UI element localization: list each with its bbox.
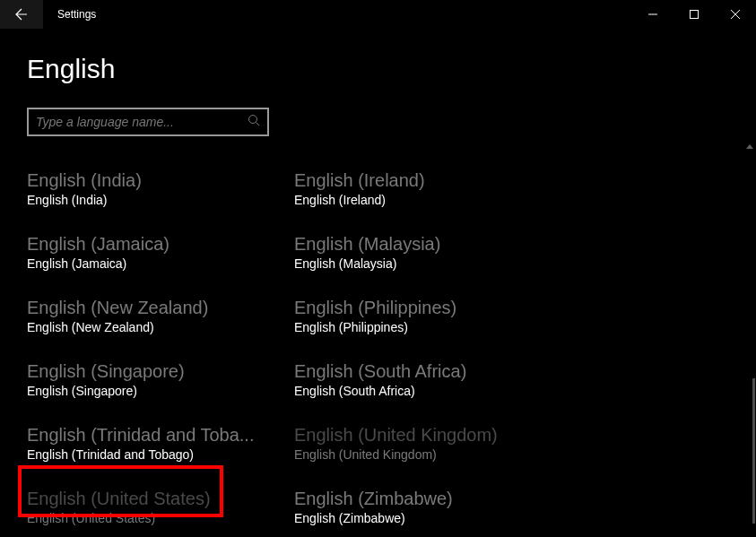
search-input[interactable] [36, 115, 248, 129]
window-title: Settings [57, 8, 96, 21]
back-button[interactable] [0, 0, 43, 29]
language-secondary-label: English (United Kingdom) [294, 447, 561, 462]
language-item[interactable]: English (United Kingdom)English (United … [294, 421, 561, 463]
language-secondary-label: English (Malaysia) [294, 256, 561, 271]
language-primary-label: English (India) [27, 169, 294, 192]
search-box[interactable] [27, 108, 269, 136]
language-item[interactable]: English (Philippines)English (Philippine… [294, 294, 561, 336]
language-item[interactable]: English (Zimbabwe)English (Zimbabwe) [294, 485, 561, 527]
language-primary-label: English (South Africa) [294, 359, 561, 383]
maximize-icon [690, 10, 699, 19]
language-item[interactable]: English (New Zealand)English (New Zealan… [27, 294, 294, 336]
titlebar: Settings [0, 0, 756, 29]
language-grid: English (India)English (India)English (I… [27, 167, 729, 527]
language-primary-label: English (Singapore) [27, 359, 294, 383]
language-primary-label: English (Zimbabwe) [294, 487, 561, 510]
language-item[interactable]: English (Ireland)English (Ireland) [294, 167, 561, 209]
language-primary-label: English (New Zealand) [27, 296, 294, 319]
language-primary-label: English (Philippines) [294, 296, 561, 319]
chevron-up-icon [746, 144, 753, 149]
minimize-icon [648, 10, 657, 19]
language-primary-label: English (Malaysia) [294, 232, 561, 256]
language-item[interactable]: English (Trinidad and Toba...English (Tr… [27, 421, 294, 463]
language-primary-label: English (United States) [27, 487, 294, 510]
svg-point-1 [249, 116, 257, 124]
language-item[interactable]: English (Singapore)English (Singapore) [27, 358, 294, 400]
scroll-thumb[interactable] [752, 378, 755, 524]
language-secondary-label: English (Philippines) [294, 320, 561, 334]
language-item[interactable]: English (South Africa)English (South Afr… [294, 358, 561, 400]
back-arrow-icon [14, 7, 29, 22]
page-title: English [27, 54, 729, 84]
language-primary-label: English (United Kingdom) [294, 423, 561, 446]
close-icon [731, 10, 740, 19]
language-primary-label: English (Ireland) [294, 169, 561, 192]
language-secondary-label: English (Ireland) [294, 193, 561, 207]
maximize-button[interactable] [673, 0, 715, 29]
language-item[interactable]: English (Malaysia)English (Malaysia) [294, 230, 561, 273]
language-secondary-label: English (Singapore) [27, 384, 294, 398]
close-button[interactable] [715, 0, 756, 29]
language-item[interactable]: English (Jamaica)English (Jamaica) [27, 230, 294, 273]
language-secondary-label: English (New Zealand) [27, 320, 294, 334]
minimize-button[interactable] [632, 0, 673, 29]
language-secondary-label: English (Jamaica) [27, 256, 294, 271]
language-secondary-label: English (South Africa) [294, 384, 561, 398]
window-controls [632, 0, 756, 29]
language-primary-label: English (Jamaica) [27, 232, 294, 256]
language-item[interactable]: English (United States)English (United S… [27, 485, 294, 527]
scroll-up-button[interactable] [743, 140, 756, 153]
svg-rect-0 [691, 11, 699, 19]
language-secondary-label: English (Trinidad and Tobago) [27, 447, 294, 462]
language-item[interactable]: English (India)English (India) [27, 167, 294, 209]
language-primary-label: English (Trinidad and Toba... [27, 423, 294, 446]
language-secondary-label: English (India) [27, 193, 294, 207]
scrollbar[interactable] [743, 140, 756, 537]
content-area: English English (India)English (India)En… [0, 29, 756, 527]
language-secondary-label: English (Zimbabwe) [294, 511, 561, 525]
language-secondary-label: English (United States) [27, 511, 294, 525]
search-icon [248, 114, 260, 130]
